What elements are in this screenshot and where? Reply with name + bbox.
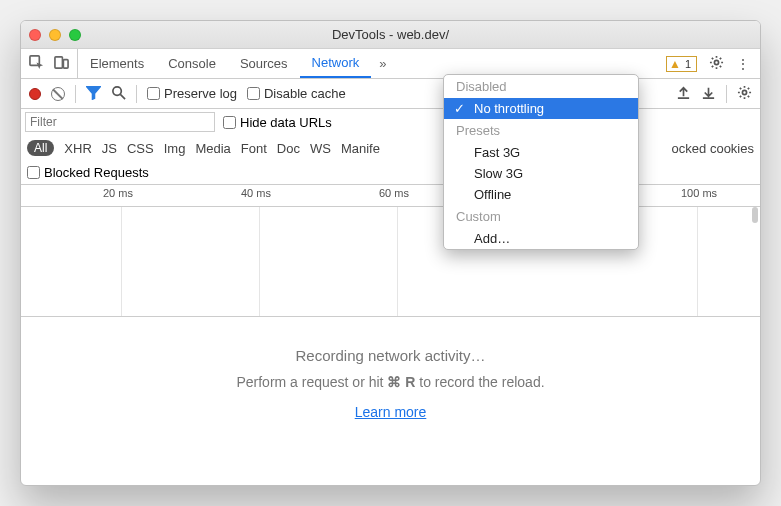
- inspect-element-icon[interactable]: [29, 55, 44, 73]
- menu-item-fast-3g[interactable]: Fast 3G: [444, 142, 638, 163]
- devtools-window: DevTools - web.dev/ Elements Console Sou…: [20, 20, 761, 486]
- disable-cache-label: Disable cache: [264, 86, 346, 101]
- empty-state: Recording network activity… Perform a re…: [21, 317, 760, 420]
- divider: [726, 85, 727, 103]
- menu-group-disabled: Disabled: [444, 75, 638, 98]
- menu-group-presets: Presets: [444, 119, 638, 142]
- hide-data-urls-label: Hide data URLs: [240, 115, 332, 130]
- minimize-window-button[interactable]: [49, 29, 61, 41]
- filter-img[interactable]: Img: [164, 141, 186, 156]
- device-toolbar-icon[interactable]: [54, 55, 69, 73]
- timeline-tick: 60 ms: [379, 187, 409, 199]
- menu-item-add[interactable]: Add…: [444, 228, 638, 249]
- divider: [136, 85, 137, 103]
- more-options-icon[interactable]: ⋮: [736, 56, 750, 72]
- timeline-gridline: [121, 207, 122, 316]
- filter-row: Hide data URLs: [21, 109, 760, 135]
- timeline-gridline: [697, 207, 698, 316]
- window-title: DevTools - web.dev/: [21, 27, 760, 42]
- download-icon[interactable]: [701, 85, 716, 103]
- inspect-tools: [21, 49, 78, 78]
- blocked-requests-checkbox[interactable]: Blocked Requests: [27, 165, 149, 180]
- menu-item-offline[interactable]: Offline: [444, 184, 638, 205]
- panel-tabs: Elements Console Sources Network: [78, 49, 371, 78]
- preserve-log-input[interactable]: [147, 87, 160, 100]
- titlebar: DevTools - web.dev/: [21, 21, 760, 49]
- disable-cache-input[interactable]: [247, 87, 260, 100]
- tab-network[interactable]: Network: [300, 49, 372, 78]
- blocked-requests-input[interactable]: [27, 166, 40, 179]
- menu-item-no-throttling[interactable]: No throttling: [444, 98, 638, 119]
- filter-manifest[interactable]: Manife: [341, 141, 380, 156]
- timeline-gridline: [397, 207, 398, 316]
- filter-blocked-cookies[interactable]: ocked cookies: [672, 141, 754, 156]
- hide-data-urls-input[interactable]: [223, 116, 236, 129]
- empty-line2: Perform a request or hit ⌘ R to record t…: [21, 374, 760, 390]
- settings-icon[interactable]: [709, 55, 724, 73]
- throttling-menu: Disabled No throttling Presets Fast 3G S…: [443, 74, 639, 250]
- filter-toggle-icon[interactable]: [86, 85, 101, 103]
- search-icon[interactable]: [111, 85, 126, 103]
- timeline-tick: 40 ms: [241, 187, 271, 199]
- svg-rect-1: [55, 56, 63, 67]
- filter-all[interactable]: All: [27, 140, 54, 156]
- menu-item-slow-3g[interactable]: Slow 3G: [444, 163, 638, 184]
- filter-js[interactable]: JS: [102, 141, 117, 156]
- upload-icon[interactable]: [676, 85, 691, 103]
- filter-css[interactable]: CSS: [127, 141, 154, 156]
- clear-button[interactable]: [51, 87, 65, 101]
- record-button[interactable]: [29, 88, 41, 100]
- timeline-tick: 20 ms: [103, 187, 133, 199]
- scrollbar-thumb[interactable]: [752, 207, 758, 223]
- preserve-log-label: Preserve log: [164, 86, 237, 101]
- svg-point-3: [714, 60, 718, 64]
- zoom-window-button[interactable]: [69, 29, 81, 41]
- empty-line1: Recording network activity…: [21, 347, 760, 364]
- timeline-gridline: [259, 207, 260, 316]
- tabbar-right: ▲ 1 ⋮: [656, 49, 760, 78]
- more-tabs-icon[interactable]: »: [371, 49, 394, 78]
- preserve-log-checkbox[interactable]: Preserve log: [147, 86, 237, 101]
- disable-cache-checkbox[interactable]: Disable cache: [247, 86, 346, 101]
- blocked-requests-label: Blocked Requests: [44, 165, 149, 180]
- filter-font[interactable]: Font: [241, 141, 267, 156]
- filter-xhr[interactable]: XHR: [64, 141, 91, 156]
- filter-doc[interactable]: Doc: [277, 141, 300, 156]
- timeline-header[interactable]: 20 ms 40 ms 60 ms 100 ms: [21, 185, 760, 207]
- divider: [75, 85, 76, 103]
- tab-console[interactable]: Console: [156, 49, 228, 78]
- type-filter-row: All XHR JS CSS Img Media Font Doc WS Man…: [21, 135, 760, 161]
- warning-count: 1: [685, 58, 691, 70]
- tab-sources[interactable]: Sources: [228, 49, 300, 78]
- filter-input[interactable]: [25, 112, 215, 132]
- blocked-requests-row: Blocked Requests: [21, 161, 760, 185]
- warning-icon: ▲: [669, 57, 681, 71]
- menu-group-custom: Custom: [444, 205, 638, 228]
- svg-point-5: [742, 90, 746, 94]
- timeline-tick: 100 ms: [681, 187, 717, 199]
- traffic-lights: [29, 29, 81, 41]
- learn-more-link[interactable]: Learn more: [355, 404, 427, 420]
- main-tabbar: Elements Console Sources Network » ▲ 1 ⋮: [21, 49, 760, 79]
- close-window-button[interactable]: [29, 29, 41, 41]
- filter-media[interactable]: Media: [195, 141, 230, 156]
- filter-ws[interactable]: WS: [310, 141, 331, 156]
- svg-point-4: [113, 86, 121, 94]
- network-toolbar: Preserve log Disable cache: [21, 79, 760, 109]
- network-settings-icon[interactable]: [737, 85, 752, 103]
- warnings-badge[interactable]: ▲ 1: [666, 56, 697, 72]
- svg-rect-2: [63, 59, 68, 67]
- timeline-body[interactable]: [21, 207, 760, 317]
- hide-data-urls-checkbox[interactable]: Hide data URLs: [223, 115, 332, 130]
- tab-elements[interactable]: Elements: [78, 49, 156, 78]
